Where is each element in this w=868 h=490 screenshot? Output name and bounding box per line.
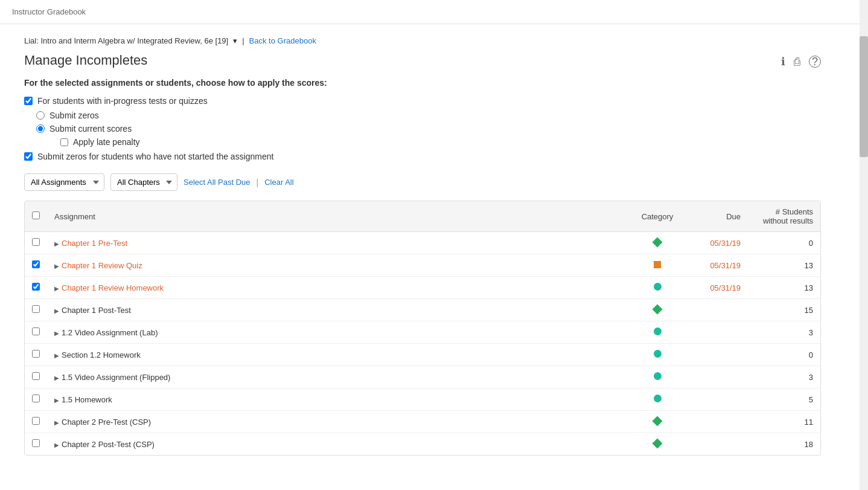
assignment-name: Chapter 2 Post-Test (CSP) [62,440,155,449]
expand-arrow-icon[interactable]: ▶ [54,352,59,359]
students-without-results-count: 0 [809,239,813,248]
assignment-name: Chapter 2 Pre-Test (CSP) [62,417,151,427]
filter-separator: | [257,178,259,187]
assignment-name: 1.5 Video Assignment (Flipped) [62,373,170,382]
category-icon [653,416,663,426]
table-row: ▶1.2 Video Assignment (Lab)3 [25,321,820,344]
submit-zeros-not-started-label: Submit zeros for students who have not s… [37,152,273,161]
students-without-results-count: 5 [809,395,813,404]
row-checkbox[interactable] [32,238,40,246]
app-title: Instructor Gradebook [12,7,86,16]
students-without-results-count: 18 [805,440,813,449]
table-row: ▶Chapter 2 Post-Test (CSP)18 [25,433,820,456]
clear-all-link[interactable]: Clear All [264,178,293,187]
submit-zeros-label: Submit zeros [49,111,99,120]
submit-current-scores-label: Submit current scores [49,124,132,134]
assignment-link[interactable]: Chapter 1 Review Homework [62,283,164,292]
expand-arrow-icon[interactable]: ▶ [54,375,59,381]
submit-zeros-not-started-checkbox[interactable] [24,152,33,161]
assignment-link[interactable]: Chapter 1 Review Quiz [62,261,142,270]
assignment-name: 1.2 Video Assignment (Lab) [62,328,158,337]
category-icon [654,327,662,335]
students-without-results-count: 15 [805,306,813,315]
category-icon [653,438,663,448]
students-without-results-count: 13 [805,261,813,270]
category-icon [654,261,661,268]
due-date: 05/31/19 [710,283,741,292]
scrollbar[interactable] [860,0,868,468]
row-checkbox[interactable] [32,372,40,380]
assignment-name: Chapter 1 Post-Test [62,306,131,315]
table-row: ▶Chapter 1 Pre-Test05/31/190 [25,232,820,254]
in-progress-checkbox[interactable] [24,97,33,105]
table-row: ▶Chapter 2 Pre-Test (CSP)11 [25,411,820,433]
expand-arrow-icon[interactable]: ▶ [54,419,59,426]
students-without-results-count: 3 [809,328,813,337]
table-row: ▶1.5 Video Assignment (Flipped)3 [25,366,820,388]
submit-current-scores-radio[interactable] [36,124,45,133]
category-icon [654,372,662,380]
course-dropdown-button[interactable]: ▾ [233,36,237,45]
expand-arrow-icon[interactable]: ▶ [54,240,59,247]
table-row: ▶Chapter 1 Post-Test15 [25,299,820,321]
row-checkbox[interactable] [32,260,40,268]
category-icon [654,350,662,358]
table-row: ▶1.5 Homework5 [25,388,820,411]
submit-zeros-radio[interactable] [36,111,45,120]
help-icon[interactable]: ? [809,56,821,68]
category-icon [654,283,662,291]
assignments-filter-dropdown[interactable]: All Assignments Homework Quiz Test [24,173,104,191]
students-without-results-count: 13 [805,283,813,292]
due-header: Due [688,201,748,232]
info-icon[interactable]: ℹ [781,55,785,68]
students-without-results-count: 3 [809,373,813,382]
row-checkbox[interactable] [32,283,40,291]
expand-arrow-icon[interactable]: ▶ [54,442,59,448]
breadcrumb-course: Lial: Intro and Interm Algebra w/ Integr… [24,36,228,45]
table-row: ▶Chapter 1 Review Quiz05/31/1913 [25,254,820,277]
category-icon [653,304,663,314]
select-all-past-due-link[interactable]: Select All Past Due [183,178,251,187]
assignment-name: 1.5 Homework [62,395,112,404]
table-row: ▶Chapter 1 Review Homework05/31/1913 [25,277,820,299]
due-date: 05/31/19 [710,261,741,270]
chapters-filter-dropdown[interactable]: All Chapters Chapter 1 Chapter 2 [110,173,177,191]
expand-arrow-icon[interactable]: ▶ [54,285,59,292]
print-icon[interactable]: ⎙ [794,56,800,68]
expand-arrow-icon[interactable]: ▶ [54,308,59,314]
assignments-table: Assignment Category Due # Students witho… [24,201,821,456]
category-icon [654,395,662,402]
row-checkbox[interactable] [32,395,40,402]
in-progress-label: For students with in-progress tests or q… [37,96,208,106]
due-date: 05/31/19 [710,239,741,248]
row-checkbox[interactable] [32,305,40,313]
row-checkbox[interactable] [32,439,40,447]
table-row: ▶Section 1.2 Homework0 [25,344,820,366]
row-checkbox[interactable] [32,417,40,425]
breadcrumb-separator: | [242,36,244,45]
expand-arrow-icon[interactable]: ▶ [54,397,59,404]
students-without-results-count: 0 [809,350,813,359]
apply-late-penalty-label: Apply late penalty [73,137,140,147]
category-icon [653,237,663,247]
assignment-name: Section 1.2 Homework [62,350,141,359]
students-without-results-header: # Students without results [748,201,820,232]
assignment-link[interactable]: Chapter 1 Pre-Test [62,239,127,248]
description-text: For the selected assignments or students… [24,78,821,88]
expand-arrow-icon[interactable]: ▶ [54,263,59,269]
page-title: Manage Incompletes [24,53,147,68]
assignment-header: Assignment [47,201,627,232]
row-checkbox[interactable] [32,350,40,358]
row-checkbox[interactable] [32,327,40,335]
expand-arrow-icon[interactable]: ▶ [54,330,59,337]
category-header: Category [627,201,688,232]
apply-late-penalty-checkbox[interactable] [60,138,68,146]
back-to-gradebook-link[interactable]: Back to Gradebook [249,36,316,45]
select-all-checkbox[interactable] [32,211,40,219]
students-without-results-count: 11 [805,417,813,427]
